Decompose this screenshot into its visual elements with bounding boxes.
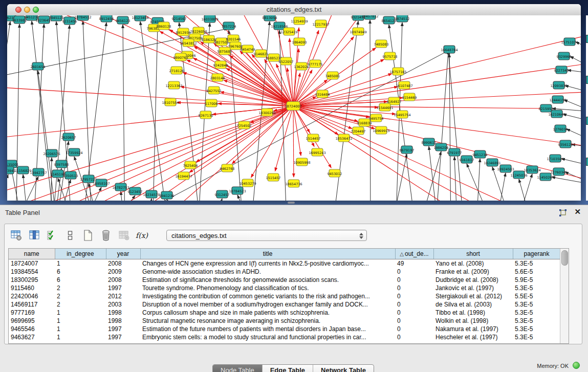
graph-node-teal[interactable]: 8941236 [160, 191, 175, 199]
column-header-pagerank[interactable]: pagerank [513, 249, 560, 259]
column-header-year[interactable]: year [106, 249, 140, 259]
column-header-short[interactable]: short [433, 249, 513, 259]
graph-node-yellow[interactable]: 9168839 [357, 119, 372, 126]
graph-node-yellow[interactable]: 1864093 [292, 38, 307, 46]
graph-node-yellow[interactable]: 18107554 [162, 98, 179, 106]
graph-node-teal[interactable]: 9451234 [473, 150, 488, 158]
graph-node-yellow[interactable]: 9242848 [213, 61, 228, 69]
splitpane-resize-handle[interactable] [288, 202, 295, 204]
table-row[interactable]: 1938455462009Genome-wide association stu… [9, 268, 560, 276]
column-header-name[interactable]: name [9, 249, 55, 259]
graph-node-teal[interactable]: 12093832 [550, 81, 567, 89]
graph-node-yellow[interactable]: 18654736 [285, 180, 302, 187]
graph-node-yellow[interactable]: 2803144 [210, 74, 225, 81]
graph-node-teal[interactable]: 10234578 [143, 190, 160, 198]
graph-node-yellow[interactable]: 117006 [205, 99, 218, 107]
graph-node-teal[interactable]: 10353624 [524, 166, 540, 173]
function-builder-button[interactable]: f(x) [135, 229, 148, 242]
graph-node-teal[interactable]: 9214567 [172, 15, 187, 22]
graph-node-teal[interactable]: 2620657 [61, 133, 76, 141]
graph-node-yellow[interactable]: 6777175 [308, 60, 323, 68]
graph-node-yellow[interactable]: 7485083 [374, 40, 389, 48]
close-panel-icon[interactable]: ✕ [574, 207, 581, 216]
graph-node-teal[interactable]: 9312457 [215, 190, 230, 198]
graph-node-yellow[interactable]: 7254502 [237, 121, 252, 129]
graph-node-yellow[interactable]: 7485081 [325, 72, 340, 79]
float-window-icon[interactable] [558, 208, 568, 217]
graph-node-teal[interactable]: 12760345 [550, 168, 567, 176]
graph-node-teal[interactable]: 2601654 [31, 62, 46, 70]
graph-node-yellow[interactable]: 9890763 [173, 53, 188, 61]
graph-node-teal[interactable]: 7845123 [49, 15, 64, 21]
scrollbar-thumb[interactable] [561, 250, 568, 266]
window-titlebar[interactable]: citations_edges.txt [7, 4, 581, 16]
graph-node-teal[interactable]: 10784523 [229, 187, 246, 194]
graph-node-teal[interactable]: 9456123 [116, 16, 130, 24]
graph-node-teal[interactable]: 9227343 [554, 66, 569, 74]
graph-node-yellow[interactable]: 7625404 [183, 161, 198, 169]
graph-node-teal[interactable]: 1986204 [434, 143, 449, 151]
graph-node-teal[interactable]: 17359924 [66, 148, 82, 156]
graph-hub-node[interactable]: 18724007 [285, 102, 301, 111]
graph-node-yellow[interactable]: 8860128 [157, 22, 171, 30]
graph-node-yellow[interactable]: 7204497 [351, 127, 366, 135]
graph-node-yellow[interactable]: 9154469 [402, 93, 417, 101]
table-row[interactable]: 969969511998Structural magnetic resonanc… [9, 317, 560, 325]
graph-node-yellow[interactable]: 10969915 [373, 126, 389, 134]
graph-node-teal[interactable]: 7857224 [222, 22, 236, 30]
column-header-in_degree[interactable]: in_degree [55, 249, 106, 259]
delete-table-button[interactable] [117, 229, 130, 242]
graph-node-yellow[interactable]: 8454749 [241, 45, 255, 53]
close-button[interactable] [15, 7, 21, 13]
graph-node-teal[interactable]: 15751074 [561, 38, 578, 46]
column-header-out_degree[interactable]: △out_de... [395, 249, 433, 259]
network-graph[interactable]: 9062341163398184512301023645778451239231… [7, 15, 581, 201]
minimize-button[interactable] [24, 7, 30, 13]
graph-node-yellow[interactable]: 2718126 [169, 67, 184, 74]
graph-node-yellow[interactable]: 10905998 [293, 158, 310, 166]
table-select-dropdown[interactable]: citations_edges.txt [166, 230, 367, 241]
table-row[interactable]: 946554611997Estimation of the future num… [9, 325, 560, 333]
graph-node-yellow[interactable]: 8427552 [207, 86, 222, 94]
graph-node-teal[interactable]: 8813054 [263, 15, 277, 21]
graph-node-teal[interactable]: 17103504 [547, 155, 563, 162]
graph-node-teal[interactable]: 8990611 [422, 138, 437, 146]
graph-node-teal[interactable]: 16648784 [441, 46, 458, 53]
table-row[interactable]: 1872400712008Changes of HCN gene express… [9, 259, 560, 268]
graph-node-teal[interactable]: 10924503 [497, 165, 514, 172]
graph-node-teal[interactable]: 9329966 [557, 52, 572, 60]
graph-node-yellow[interactable]: 11254939 [291, 17, 308, 25]
network-canvas[interactable]: 9062341163398184512301023645778451239231… [7, 15, 581, 201]
table-row[interactable]: 2242004622012Investigating the contribut… [9, 292, 560, 300]
table-row[interactable]: 1830029562008Estimation of significance … [9, 276, 560, 284]
graph-node-yellow[interactable]: 16107487 [396, 81, 412, 89]
graph-node-teal[interactable]: 9397588 [54, 160, 69, 168]
network-window[interactable]: citations_edges.txt 90623411633981845123… [7, 4, 581, 201]
table-row[interactable]: 1456911722003Disruption of a novel membe… [9, 300, 560, 309]
delete-column-button[interactable] [99, 229, 113, 242]
graph-node-teal[interactable]: 9356124 [558, 140, 573, 148]
column-header-title[interactable]: title [140, 249, 395, 259]
table-row[interactable]: 946362711997Embryonic stem cells: a mode… [9, 333, 560, 341]
graph-node-teal[interactable]: 9123457 [128, 187, 143, 195]
graph-node-yellow[interactable]: 8201546 [226, 35, 241, 42]
graph-node-yellow[interactable]: 1515457 [266, 173, 281, 181]
select-all-button[interactable] [46, 229, 59, 242]
table-row[interactable]: 911546021997Tourette syndrome. Phenomeno… [9, 284, 560, 292]
rows-button[interactable] [63, 229, 77, 242]
graph-node-teal[interactable]: 6791977 [447, 148, 462, 156]
graph-node-teal[interactable]: 10246891 [484, 159, 500, 166]
graph-node-yellow[interactable]: 9462768 [220, 164, 235, 172]
graph-node-teal[interactable]: 12444152 [549, 96, 566, 103]
graph-node-teal[interactable]: 9161817 [460, 156, 474, 163]
graph-node-teal[interactable]: 8679197 [400, 146, 415, 154]
graph-node-yellow[interactable]: 1514457 [306, 134, 321, 142]
graph-node-yellow[interactable]: 8912934 [176, 28, 191, 36]
graph-node-yellow[interactable]: 9575718 [383, 52, 398, 60]
graph-node-yellow[interactable]: 10974949 [350, 28, 366, 35]
graph-node-yellow[interactable]: 8267130 [199, 111, 213, 119]
table-row[interactable]: 977716911998Corpus callosum shape and si… [9, 309, 560, 317]
graph-node-teal[interactable]: 1276034 [553, 125, 568, 133]
graph-node-teal[interactable]: 8912456 [99, 15, 114, 22]
graph-node-yellow[interactable]: 1316484 [315, 90, 330, 98]
